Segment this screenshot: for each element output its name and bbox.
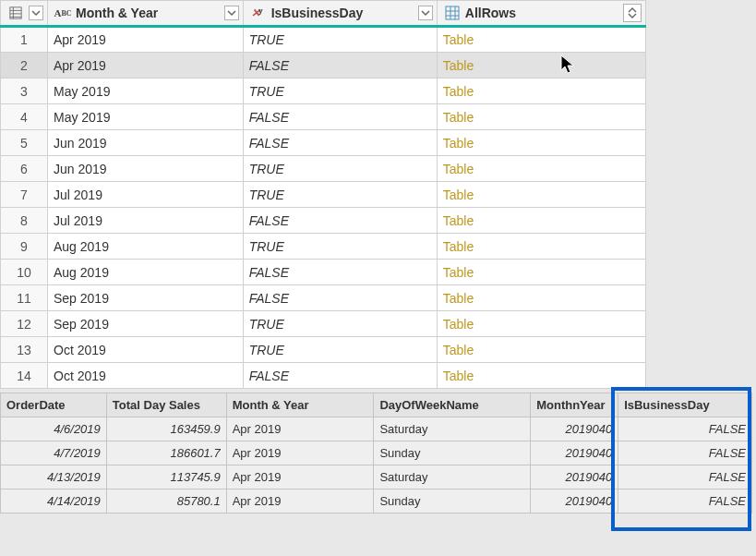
bizday-cell[interactable]: FALSE [243,208,437,234]
cell-month[interactable]: Apr 2019 [226,441,374,465]
chevron-down-icon[interactable] [224,6,239,20]
preview-row[interactable]: 4/14/201985780.1Apr 2019Sunday2019040FAL… [1,490,752,514]
row-number-cell[interactable]: 13 [1,337,48,363]
bizday-cell[interactable]: FALSE [243,53,437,79]
cell-sales[interactable]: 163459.9 [106,417,226,441]
row-number-cell[interactable]: 5 [1,130,48,156]
preview-header-dow[interactable]: DayOfWeekName [374,393,531,417]
cell-monthnyear[interactable]: 2019040 [531,441,618,465]
cell-sales[interactable]: 85780.1 [106,490,226,514]
bizday-cell[interactable]: TRUE [243,79,437,104]
bizday-cell[interactable]: TRUE [243,156,437,182]
bizday-cell[interactable]: FALSE [243,363,437,389]
table-row[interactable]: 7Jul 2019TRUETable [1,182,646,208]
allrows-link-cell[interactable]: Table [437,104,645,130]
column-header-allrows[interactable]: AllRows [437,1,645,27]
month-cell[interactable]: Sep 2019 [48,311,244,337]
cell-month[interactable]: Apr 2019 [226,465,374,490]
preview-row[interactable]: 4/6/2019163459.9Apr 2019Saturday2019040F… [1,417,752,441]
allrows-link-cell[interactable]: Table [437,182,645,208]
month-cell[interactable]: May 2019 [48,79,244,104]
bizday-cell[interactable]: TRUE [243,311,437,337]
table-row[interactable]: 9Aug 2019TRUETable [1,234,646,260]
cell-dow[interactable]: Sunday [374,441,531,465]
preview-header-isbiz[interactable]: IsBusinessDay [618,393,752,417]
row-number-cell[interactable]: 2 [1,53,48,79]
cell-orderdate[interactable]: 4/13/2019 [1,465,107,490]
chevron-down-icon[interactable] [418,6,433,20]
table-row[interactable]: 5Jun 2019FALSETable [1,130,646,156]
preview-row[interactable]: 4/7/2019186601.7Apr 2019Sunday2019040FAL… [1,441,752,465]
cell-isbiz[interactable]: FALSE [618,490,752,514]
cell-sales[interactable]: 186601.7 [106,441,226,465]
cell-sales[interactable]: 113745.9 [106,465,226,490]
chevron-down-icon[interactable] [29,6,43,20]
row-number-cell[interactable]: 11 [1,285,48,311]
cell-monthnyear[interactable]: 2019040 [531,465,618,490]
allrows-link-cell[interactable]: Table [437,130,645,156]
cell-dow[interactable]: Saturday [374,417,531,441]
bizday-cell[interactable]: TRUE [243,182,437,208]
month-cell[interactable]: Aug 2019 [48,260,244,285]
column-header-month-year[interactable]: ABC Month & Year [48,1,244,27]
bizday-cell[interactable]: TRUE [243,27,437,53]
month-cell[interactable]: May 2019 [48,104,244,130]
cell-orderdate[interactable]: 4/6/2019 [1,417,107,441]
row-number-cell[interactable]: 10 [1,260,48,285]
month-cell[interactable]: Oct 2019 [48,363,244,389]
cell-orderdate[interactable]: 4/14/2019 [1,490,107,514]
month-cell[interactable]: Jun 2019 [48,156,244,182]
preview-header-orderdate[interactable]: OrderDate [1,393,107,417]
allrows-link-cell[interactable]: Table [437,234,645,260]
cell-monthnyear[interactable]: 2019040 [531,417,618,441]
expand-icon[interactable] [623,4,642,22]
table-row[interactable]: 3May 2019TRUETable [1,79,646,104]
allrows-link-cell[interactable]: Table [437,311,645,337]
month-cell[interactable]: Apr 2019 [48,27,244,53]
preview-header-monthnyear[interactable]: MonthnYear [531,393,618,417]
column-header-isbusinessday[interactable]: ✕y IsBusinessDay [243,1,437,27]
row-number-cell[interactable]: 4 [1,104,48,130]
table-row[interactable]: 1Apr 2019TRUETable [1,27,646,53]
bizday-cell[interactable]: TRUE [243,337,437,363]
allrows-link-cell[interactable]: Table [437,53,645,79]
cell-isbiz[interactable]: FALSE [618,465,752,490]
allrows-link-cell[interactable]: Table [437,79,645,104]
table-row[interactable]: 2Apr 2019FALSETable [1,53,646,79]
cell-month[interactable]: Apr 2019 [226,490,374,514]
month-cell[interactable]: Jul 2019 [48,208,244,234]
table-row[interactable]: 11Sep 2019FALSETable [1,285,646,311]
preview-data-grid[interactable]: OrderDate Total Day Sales Month & Year D… [0,393,752,514]
table-row[interactable]: 10Aug 2019FALSETable [1,260,646,285]
bizday-cell[interactable]: FALSE [243,285,437,311]
bizday-cell[interactable]: TRUE [243,234,437,260]
preview-row[interactable]: 4/13/2019113745.9Apr 2019Saturday2019040… [1,465,752,490]
row-number-cell[interactable]: 3 [1,79,48,104]
allrows-link-cell[interactable]: Table [437,285,645,311]
row-number-cell[interactable]: 8 [1,208,48,234]
cell-orderdate[interactable]: 4/7/2019 [1,441,107,465]
month-cell[interactable]: Jun 2019 [48,130,244,156]
preview-header-sales[interactable]: Total Day Sales [106,393,226,417]
row-number-cell[interactable]: 9 [1,234,48,260]
month-cell[interactable]: Aug 2019 [48,234,244,260]
month-cell[interactable]: Sep 2019 [48,285,244,311]
allrows-link-cell[interactable]: Table [437,208,645,234]
row-number-cell[interactable]: 7 [1,182,48,208]
table-row[interactable]: 8Jul 2019FALSETable [1,208,646,234]
allrows-link-cell[interactable]: Table [437,156,645,182]
allrows-link-cell[interactable]: Table [437,337,645,363]
bizday-cell[interactable]: FALSE [243,130,437,156]
row-number-header[interactable] [1,1,48,27]
cell-month[interactable]: Apr 2019 [226,417,374,441]
table-row[interactable]: 12Sep 2019TRUETable [1,311,646,337]
allrows-link-cell[interactable]: Table [437,363,645,389]
cell-monthnyear[interactable]: 2019040 [531,490,618,514]
row-number-cell[interactable]: 6 [1,156,48,182]
month-cell[interactable]: Apr 2019 [48,53,244,79]
row-number-cell[interactable]: 14 [1,363,48,389]
main-data-grid[interactable]: ABC Month & Year ✕y IsBusinessDay [0,0,646,389]
table-row[interactable]: 6Jun 2019TRUETable [1,156,646,182]
row-number-cell[interactable]: 12 [1,311,48,337]
bizday-cell[interactable]: FALSE [243,260,437,285]
